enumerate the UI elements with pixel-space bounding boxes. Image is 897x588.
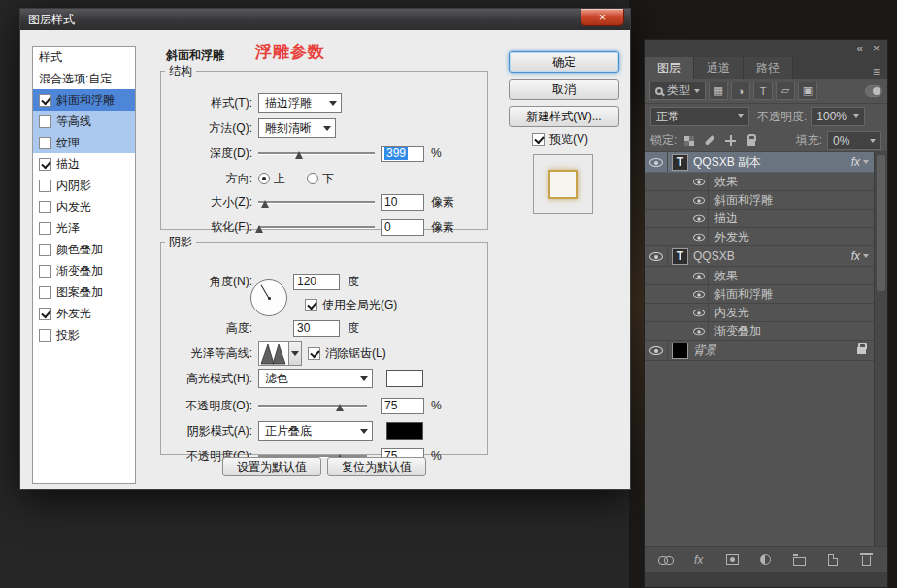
size-slider-track[interactable] bbox=[258, 201, 375, 203]
effects-collapse-icon[interactable] bbox=[863, 254, 869, 258]
filter-kind-select[interactable]: 类型 bbox=[649, 82, 706, 100]
new-layer-icon[interactable] bbox=[824, 552, 842, 568]
panel-menu-icon[interactable]: ≡ bbox=[865, 65, 887, 79]
layers-scrollbar[interactable] bbox=[874, 152, 887, 546]
method-select[interactable]: 雕刻清晰 bbox=[258, 118, 336, 138]
visibility-toggle[interactable] bbox=[689, 191, 709, 209]
new-adjustment-layer-icon[interactable] bbox=[757, 552, 775, 568]
checkbox-icon[interactable] bbox=[39, 158, 51, 171]
fx-badge[interactable]: fx bbox=[851, 155, 860, 169]
window-close-button[interactable]: × bbox=[581, 9, 624, 26]
checkbox-icon[interactable] bbox=[39, 308, 51, 320]
checkbox-icon[interactable] bbox=[39, 137, 51, 149]
style-item-pattern-overlay[interactable]: 图案叠加 bbox=[33, 281, 135, 303]
effects-collapse-icon[interactable] bbox=[863, 160, 869, 164]
depth-input[interactable]: 399 bbox=[381, 146, 424, 162]
checkbox-icon[interactable] bbox=[39, 265, 51, 278]
preview-checkbox-row[interactable]: 预览(V) bbox=[532, 131, 588, 147]
soften-input[interactable]: 0 bbox=[381, 219, 424, 236]
shadow-mode-select[interactable]: 正片叠底 bbox=[258, 421, 373, 441]
layer-row-qqsxb-copy[interactable]: T QQSXB 副本 fx bbox=[645, 152, 874, 173]
checkbox-icon[interactable] bbox=[39, 222, 51, 235]
visibility-toggle[interactable] bbox=[689, 267, 709, 284]
style-item-stroke[interactable]: 描边 bbox=[33, 153, 135, 175]
visibility-toggle[interactable] bbox=[689, 304, 709, 321]
add-layer-mask-icon[interactable] bbox=[723, 552, 741, 568]
tab-layers[interactable]: 图层 bbox=[645, 57, 694, 79]
visibility-toggle[interactable] bbox=[645, 246, 668, 266]
depth-slider[interactable] bbox=[258, 146, 375, 161]
direction-down-radio[interactable] bbox=[307, 173, 318, 184]
preview-checkbox[interactable] bbox=[532, 133, 545, 146]
filter-smart-object-icon[interactable]: ▣ bbox=[798, 82, 817, 100]
lock-all-icon[interactable] bbox=[743, 133, 758, 148]
filter-toggle-switch[interactable] bbox=[865, 85, 882, 97]
style-item-contour[interactable]: 等高线 bbox=[33, 111, 135, 132]
layer-name[interactable]: QQSXB bbox=[693, 249, 735, 263]
visibility-toggle[interactable] bbox=[645, 341, 668, 360]
highlight-opacity-input[interactable]: 75 bbox=[381, 398, 424, 414]
visibility-toggle[interactable] bbox=[645, 152, 668, 172]
global-light-checkbox[interactable] bbox=[305, 299, 317, 311]
tab-channels[interactable]: 通道 bbox=[694, 57, 744, 79]
lock-image-pixels-icon[interactable] bbox=[702, 133, 717, 148]
cancel-button[interactable]: 取消 bbox=[509, 79, 619, 100]
checkbox-icon[interactable] bbox=[39, 244, 51, 256]
new-style-button[interactable]: 新建样式(W)... bbox=[509, 106, 619, 127]
highlight-color-swatch[interactable] bbox=[386, 370, 423, 387]
highlight-opacity-track[interactable] bbox=[258, 405, 367, 407]
lock-position-icon[interactable] bbox=[722, 133, 738, 148]
opacity-select[interactable]: 100% bbox=[811, 107, 865, 126]
fill-select[interactable]: 0% bbox=[827, 131, 881, 150]
checkbox-icon[interactable] bbox=[39, 201, 51, 213]
dialog-titlebar[interactable]: 图层样式 × bbox=[20, 9, 630, 30]
panel-close-icon[interactable]: × bbox=[873, 42, 880, 55]
gloss-contour-thumbnail[interactable] bbox=[258, 341, 289, 366]
ok-button[interactable]: 确定 bbox=[509, 51, 619, 73]
layer-name[interactable]: QQSXB 副本 bbox=[693, 154, 761, 171]
effect-row-inner-glow[interactable]: 内发光 bbox=[645, 304, 874, 322]
anti-aliased-checkbox[interactable] bbox=[308, 347, 320, 360]
blending-options-item[interactable]: 混合选项:自定 bbox=[33, 68, 135, 89]
style-item-inner-shadow[interactable]: 内阴影 bbox=[33, 175, 135, 196]
filter-type-layers-icon[interactable]: T bbox=[753, 82, 773, 100]
filter-adjustment-layers-icon[interactable]: ◑ bbox=[731, 82, 750, 100]
soften-slider[interactable] bbox=[258, 219, 375, 235]
layer-name[interactable]: 背景 bbox=[693, 343, 716, 359]
altitude-input[interactable]: 30 bbox=[293, 320, 340, 337]
text-layer-thumbnail[interactable]: T bbox=[672, 248, 688, 265]
fx-badge[interactable]: fx bbox=[851, 249, 860, 263]
text-layer-thumbnail[interactable]: T bbox=[672, 154, 688, 171]
visibility-toggle[interactable] bbox=[689, 322, 709, 340]
effect-row-bevel-emboss[interactable]: 斜面和浮雕 bbox=[645, 285, 874, 304]
direction-up-radio[interactable] bbox=[258, 173, 270, 184]
highlight-opacity-thumb[interactable] bbox=[336, 404, 344, 411]
layer-row-qqsxb[interactable]: T QQSXB fx bbox=[645, 246, 874, 267]
style-select[interactable]: 描边浮雕 bbox=[258, 93, 342, 113]
angle-input[interactable]: 120 bbox=[293, 274, 340, 290]
visibility-toggle[interactable] bbox=[689, 173, 709, 190]
angle-dial[interactable] bbox=[250, 279, 287, 316]
reset-default-button[interactable]: 复位为默认值 bbox=[327, 457, 426, 476]
visibility-toggle[interactable] bbox=[689, 210, 709, 227]
link-layers-icon[interactable] bbox=[656, 552, 674, 568]
size-slider[interactable] bbox=[258, 194, 375, 210]
effect-row-outer-glow[interactable]: 外发光 bbox=[645, 228, 874, 246]
checkbox-icon[interactable] bbox=[39, 115, 51, 128]
layer-row-background[interactable]: 背景 bbox=[645, 341, 874, 361]
filter-pixel-layers-icon[interactable]: ▦ bbox=[709, 82, 728, 100]
style-item-color-overlay[interactable]: 颜色叠加 bbox=[33, 239, 135, 260]
filter-shape-layers-icon[interactable]: ▱ bbox=[776, 82, 795, 100]
style-item-texture[interactable]: 纹理 bbox=[33, 132, 135, 153]
styles-header-item[interactable]: 样式 bbox=[33, 47, 135, 68]
checkbox-icon[interactable] bbox=[39, 180, 51, 192]
background-layer-thumbnail[interactable] bbox=[672, 343, 688, 359]
gloss-contour-picker-button[interactable] bbox=[289, 341, 302, 366]
blend-mode-select[interactable]: 正常 bbox=[650, 107, 749, 126]
shadow-color-swatch[interactable] bbox=[386, 422, 423, 440]
lock-transparent-pixels-icon[interactable] bbox=[681, 133, 697, 148]
effect-row-bevel-emboss[interactable]: 斜面和浮雕 bbox=[645, 191, 874, 210]
style-item-inner-glow[interactable]: 内发光 bbox=[33, 196, 135, 217]
style-item-satin[interactable]: 光泽 bbox=[33, 217, 135, 239]
collapse-panel-icon[interactable]: « bbox=[856, 42, 863, 55]
